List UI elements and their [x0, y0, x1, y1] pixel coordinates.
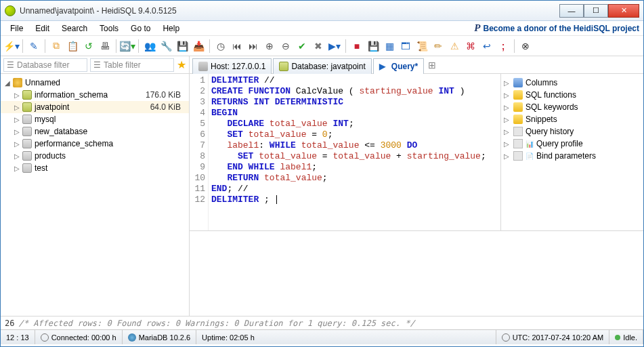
tool-stop-icon[interactable]: ■ — [350, 39, 364, 53]
tree-item-label: performance_schema — [35, 139, 113, 148]
menu-file[interactable]: File — [5, 22, 28, 35]
database-icon — [22, 115, 32, 124]
tree-item-label: test — [35, 163, 47, 173]
expand-icon[interactable]: ▷ — [504, 128, 511, 136]
menu-help[interactable]: Help — [157, 22, 185, 35]
minimize-button[interactable]: — — [559, 4, 584, 18]
helper-query-history[interactable]: ▷Query history — [504, 125, 641, 138]
tree-root[interactable]: ◢ Unnamed — [1, 77, 189, 89]
tool-close-icon[interactable]: ⊗ — [519, 39, 532, 53]
filter-icon: ☰ — [7, 60, 14, 70]
database-filter-input[interactable]: ☰ Database filter — [3, 58, 87, 72]
collapse-icon[interactable]: ◢ — [3, 79, 12, 87]
expand-icon[interactable]: ▷ — [504, 152, 511, 160]
paypal-icon: P — [474, 22, 480, 34]
expand-icon[interactable]: ▷ — [13, 152, 21, 160]
menu-search[interactable]: Search — [56, 22, 93, 35]
line-gutter: 123456789101112 — [190, 74, 209, 230]
tool-add-icon[interactable]: ⊕ — [263, 39, 276, 53]
tool-edit-icon[interactable]: ✏ — [431, 39, 445, 53]
tree-item-new_database[interactable]: ▷new_database — [1, 125, 189, 138]
tool-remove-icon[interactable]: ⊖ — [279, 39, 293, 53]
query-log[interactable]: 26 /* Affected rows: 0 Found rows: 0 War… — [1, 316, 643, 329]
table-filter-input[interactable]: ☰ Table filter — [90, 58, 174, 72]
maximize-button[interactable]: ☐ — [584, 4, 608, 18]
status-cursor-pos: 12 : 13 — [1, 330, 35, 344]
clock-icon — [41, 333, 49, 342]
expand-icon[interactable]: ▷ — [13, 91, 21, 99]
tool-undo-icon[interactable]: ↺ — [82, 39, 95, 53]
tree-item-mysql[interactable]: ▷mysql — [1, 113, 189, 125]
expand-icon[interactable]: ▷ — [504, 140, 511, 148]
expand-icon[interactable]: ▷ — [13, 140, 21, 148]
tool-maintain-icon[interactable]: 🔧 — [159, 39, 173, 53]
tree-item-products[interactable]: ▷products — [1, 150, 189, 162]
titlebar: Unnamed\javatpoint\ - HeidiSQL 9.4.0.512… — [1, 1, 643, 21]
tool-script-icon[interactable]: 📜 — [415, 39, 429, 53]
expand-icon[interactable]: ▷ — [504, 104, 511, 111]
helper-icon — [513, 139, 523, 148]
tool-post-icon[interactable]: ✔ — [295, 39, 309, 53]
helper-bind-parameters[interactable]: ▷📄Bind parameters — [504, 150, 641, 162]
tool-cancel-icon[interactable]: ✖ — [312, 39, 325, 53]
result-grid[interactable] — [190, 231, 643, 316]
new-tab-icon[interactable]: ⊞ — [425, 58, 439, 72]
window-title: Unnamed\javatpoint\ - HeidiSQL 9.4.0.512… — [20, 6, 559, 16]
database-icon — [22, 127, 32, 136]
tool-refresh-icon[interactable]: 🔄▾ — [121, 39, 134, 53]
expand-icon[interactable]: ▷ — [504, 91, 511, 99]
tool-save-icon[interactable]: 💾 — [366, 39, 380, 53]
database-tree[interactable]: ◢ Unnamed ▷information_schema176.0 KiB▷j… — [1, 74, 190, 316]
tool-first-icon[interactable]: ⏮ — [230, 39, 244, 53]
tree-item-javatpoint[interactable]: ▷javatpoint64.0 KiB — [1, 101, 189, 113]
tree-item-performance_schema[interactable]: ▷performance_schema — [1, 138, 189, 150]
tool-connect-icon[interactable]: ⚡▾ — [5, 39, 18, 53]
tool-log-icon[interactable]: ◷ — [214, 39, 228, 53]
tool-warning-icon[interactable]: ⚠ — [448, 39, 461, 53]
tool-print-icon[interactable]: 🖶 — [98, 39, 112, 53]
expand-icon[interactable]: ▷ — [13, 128, 21, 136]
tool-semicolon-icon[interactable]: ; — [496, 39, 510, 53]
menu-edit[interactable]: Edit — [30, 22, 55, 35]
database-icon — [22, 102, 32, 112]
helper-snippets[interactable]: ▷Snippets — [504, 113, 641, 125]
filter-bar: ☰ Database filter ☰ Table filter ★ Host:… — [1, 56, 643, 74]
tool-copy-icon[interactable]: ⧉ — [49, 39, 63, 53]
tool-wrap-icon[interactable]: ↩ — [480, 39, 494, 53]
helper-sql-keywords[interactable]: ▷SQL keywords — [504, 101, 641, 113]
tool-paste-icon[interactable]: 📋 — [66, 39, 79, 53]
tool-new-icon[interactable]: ✎ — [27, 39, 41, 53]
expand-icon[interactable]: ▷ — [13, 104, 21, 111]
donor-text: Become a donor of the HeidiSQL project — [484, 24, 639, 33]
expand-icon[interactable]: ▷ — [504, 79, 511, 87]
expand-icon[interactable]: ▷ — [504, 116, 511, 123]
tool-grid-icon[interactable]: ▦ — [383, 39, 396, 53]
favorites-icon[interactable]: ★ — [177, 58, 186, 71]
menu-tools[interactable]: Tools — [94, 22, 124, 35]
menu-goto[interactable]: Go to — [125, 22, 156, 35]
donor-link[interactable]: P Become a donor of the HeidiSQL project — [474, 22, 639, 34]
tool-last-icon[interactable]: ⏭ — [246, 39, 260, 53]
tool-users-icon[interactable]: 👥 — [143, 39, 156, 53]
expand-icon[interactable]: ▷ — [13, 116, 21, 123]
helper-query-profile[interactable]: ▷📊Query profile — [504, 138, 641, 150]
tab-host[interactable]: Host: 127.0.0.1 — [192, 58, 272, 74]
tree-item-information_schema[interactable]: ▷information_schema176.0 KiB — [1, 89, 189, 101]
code-content[interactable]: DELIMITER //CREATE FUNCTION CalcValue ( … — [209, 74, 500, 230]
close-button[interactable]: ✕ — [608, 4, 639, 18]
tree-item-label: information_schema — [35, 90, 108, 100]
tool-fmt-icon[interactable]: ⌘ — [464, 39, 477, 53]
tool-view-icon[interactable]: 🗔 — [399, 39, 412, 53]
helper-label: Query history — [525, 127, 574, 136]
tab-database[interactable]: Database: javatpoint — [273, 58, 371, 74]
sql-editor[interactable]: 123456789101112 DELIMITER //CREATE FUNCT… — [190, 74, 501, 230]
tree-item-test[interactable]: ▷test — [1, 162, 189, 174]
helper-sql-functions[interactable]: ▷SQL functions — [504, 89, 641, 101]
tool-export-icon[interactable]: 💾 — [175, 39, 189, 53]
tab-query[interactable]: ▶ Query* — [373, 58, 424, 74]
tree-item-label: new_database — [35, 127, 87, 136]
expand-icon[interactable]: ▷ — [13, 165, 21, 172]
helper-columns[interactable]: ▷Columns — [504, 77, 641, 89]
tool-import-icon[interactable]: 📥 — [192, 39, 205, 53]
tool-run-icon[interactable]: ▶▾ — [328, 39, 341, 53]
